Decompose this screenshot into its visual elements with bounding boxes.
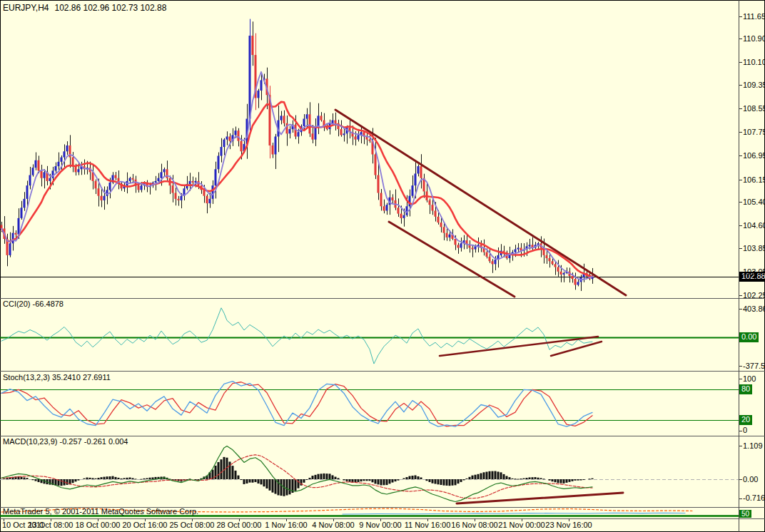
- macd-histogram-bar: [338, 478, 340, 479]
- macd-histogram-bar: [540, 478, 542, 479]
- macd-histogram-bar: [537, 478, 539, 479]
- macd-histogram-bar: [312, 476, 314, 479]
- candle-body: [209, 199, 211, 203]
- macd-histogram-bar: [412, 476, 414, 479]
- candle-body: [312, 133, 314, 139]
- candle-body: [495, 260, 497, 264]
- macd-histogram-bar: [109, 476, 111, 479]
- macd-histogram-bar: [535, 477, 537, 479]
- macd-histogram-bar: [95, 479, 97, 479]
- candle-body: [403, 215, 405, 218]
- candle-body: [64, 151, 66, 157]
- macd-histogram-bar: [275, 479, 277, 494]
- candle-body: [240, 141, 243, 152]
- macd-histogram-bar: [560, 479, 562, 484]
- macd-histogram-bar: [306, 479, 308, 480]
- macd-histogram-bar: [235, 471, 237, 479]
- candle-body: [440, 222, 442, 227]
- macd-histogram-bar: [315, 475, 317, 479]
- candle-body: [58, 162, 60, 166]
- candle-body: [41, 170, 43, 178]
- candle-body: [29, 175, 31, 186]
- macd-histogram-bar: [389, 479, 391, 484]
- macd-histogram-bar: [483, 472, 485, 479]
- candle-body: [443, 227, 445, 232]
- candle-body: [272, 145, 274, 154]
- macd-histogram-bar: [363, 479, 365, 481]
- macd-histogram-bar: [383, 479, 385, 485]
- candle-body: [163, 169, 166, 172]
- candle-body: [537, 243, 539, 245]
- candle-body: [378, 175, 380, 193]
- candle-body: [435, 210, 437, 216]
- macd-histogram-bar: [583, 479, 585, 480]
- candle-body: [215, 169, 217, 185]
- candle-body: [238, 131, 240, 141]
- candle-body: [229, 136, 231, 140]
- macd-histogram-bar: [266, 479, 268, 488]
- candle-body: [289, 129, 291, 133]
- candle-body: [475, 246, 477, 249]
- candle-body: [78, 169, 80, 172]
- mini-signal-line: [343, 513, 685, 514]
- candle-body: [432, 205, 434, 210]
- macd-histogram-bar: [66, 479, 69, 485]
- candle-body: [12, 233, 14, 244]
- macd-histogram-bar: [123, 478, 126, 479]
- candle-body: [380, 193, 382, 207]
- macd-histogram-bar: [415, 475, 417, 479]
- candle-body: [138, 185, 140, 190]
- macd-histogram-bar: [249, 479, 251, 483]
- candle-body: [517, 247, 520, 249]
- candle-body: [226, 136, 228, 139]
- macd-histogram-bar: [272, 479, 274, 493]
- candle-body: [417, 166, 420, 173]
- trendline-cci[interactable]: [551, 342, 602, 356]
- candle-body: [446, 233, 448, 237]
- macd-histogram-bar: [232, 466, 234, 479]
- macd-histogram-bar: [440, 479, 442, 485]
- macd-histogram-bar: [152, 477, 154, 479]
- candle-body: [303, 119, 305, 126]
- macd-histogram-bar: [360, 479, 363, 481]
- macd-histogram-bar: [406, 477, 408, 479]
- candle-body: [335, 121, 337, 123]
- candle-body: [529, 245, 531, 246]
- macd-histogram-bar: [269, 479, 271, 491]
- macd-histogram-bar: [229, 461, 231, 479]
- trendline-cci[interactable]: [440, 337, 598, 356]
- macd-histogram-bar: [557, 479, 559, 483]
- candle-body: [369, 140, 371, 141]
- candle-body: [21, 208, 23, 218]
- candle-body: [515, 250, 517, 252]
- macd-histogram-bar: [572, 479, 574, 481]
- macd-histogram-bar: [403, 479, 405, 479]
- candle-body: [212, 185, 214, 199]
- macd-histogram-bar: [569, 479, 571, 482]
- candle-body: [249, 36, 251, 118]
- candle-body: [386, 205, 388, 210]
- macd-histogram-bar: [223, 457, 226, 479]
- candle-body: [546, 255, 548, 258]
- macd-histogram-bar: [238, 476, 240, 479]
- macd-histogram-bar: [489, 471, 491, 479]
- macd-histogram-bar: [118, 478, 120, 479]
- macd-histogram-bar: [432, 479, 434, 484]
- macd-histogram-bar: [24, 477, 26, 479]
- macd-histogram-bar: [303, 479, 305, 483]
- candle-body: [75, 166, 77, 172]
- candle-body: [486, 252, 488, 257]
- candle-body: [358, 135, 360, 139]
- macd-histogram-bar: [49, 479, 51, 485]
- candle-body: [101, 196, 103, 200]
- macd-histogram-bar: [349, 479, 351, 482]
- macd-histogram-bar: [323, 474, 325, 479]
- macd-histogram-bar: [589, 479, 591, 479]
- trendline-main-channel[interactable]: [335, 110, 626, 295]
- macd-histogram-bar: [457, 479, 460, 484]
- chart-plot-area[interactable]: [0, 0, 765, 532]
- trendline-macd[interactable]: [457, 493, 623, 503]
- candle-body: [392, 198, 394, 200]
- stoch-main-line: [1, 382, 592, 427]
- candle-body: [258, 91, 260, 98]
